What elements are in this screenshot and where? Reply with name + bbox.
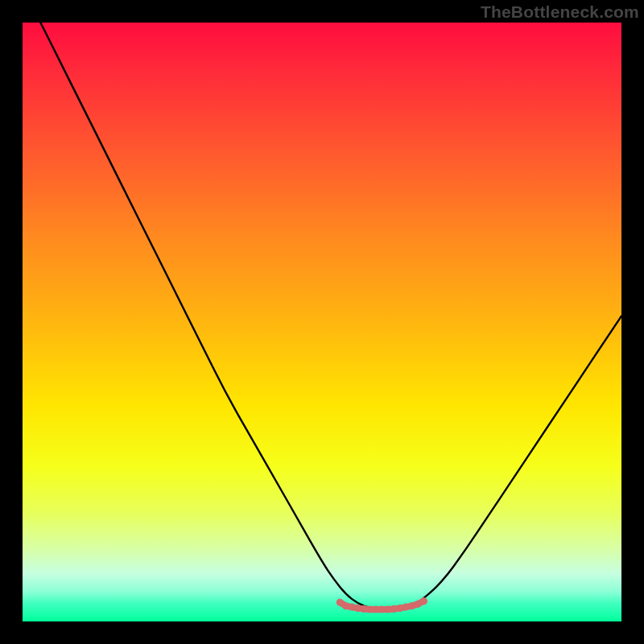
marker-dot [336, 599, 344, 606]
watermark-text: TheBottleneck.com [481, 2, 639, 22]
marker-dot [420, 597, 427, 605]
chart-frame: TheBottleneck.com [0, 0, 644, 644]
marker-dot [396, 605, 403, 612]
bottom-marker [336, 597, 427, 613]
plot-area [23, 23, 621, 621]
marker-dot [349, 604, 356, 611]
bottleneck-curve [40, 23, 621, 609]
curve-layer [23, 23, 621, 621]
